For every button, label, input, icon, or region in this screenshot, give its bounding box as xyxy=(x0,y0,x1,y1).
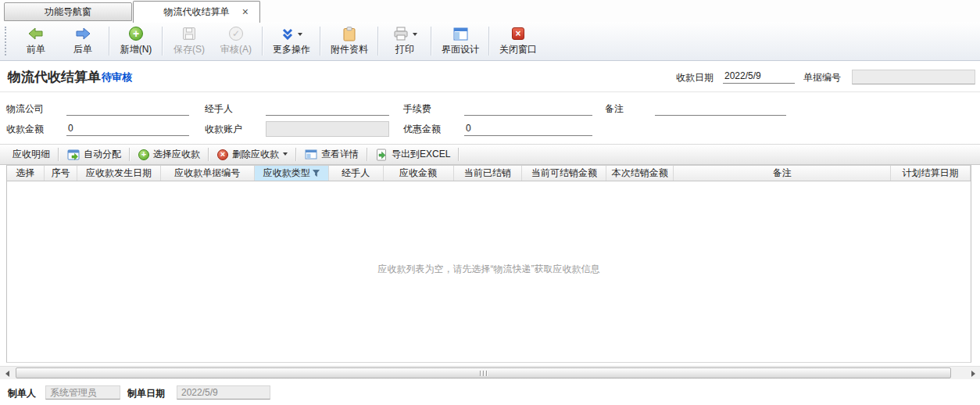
toolbar-grip xyxy=(5,27,9,56)
amount-label: 收款金额 xyxy=(6,122,44,136)
scroll-left-button[interactable] xyxy=(0,367,13,380)
attachments-button[interactable]: 附件资料 xyxy=(324,22,375,60)
tab-function-navigation[interactable]: 功能导航窗 xyxy=(4,2,132,21)
detail-separator xyxy=(367,148,368,161)
arrow-right-icon xyxy=(75,27,91,40)
auto-assign-button[interactable]: 自动分配 xyxy=(61,146,127,163)
printer-icon xyxy=(393,27,409,41)
toolbar-separator xyxy=(377,27,379,56)
detail-separator xyxy=(295,148,297,161)
col-select[interactable]: 选择 xyxy=(7,166,45,181)
detail-separator xyxy=(458,148,460,161)
col-type[interactable]: 应收款类型 xyxy=(255,166,329,181)
audit-button[interactable]: ✓ 审核(A) xyxy=(213,22,259,60)
toolbar-separator xyxy=(320,27,321,56)
arrow-left-icon xyxy=(28,27,44,40)
receivable-detail-label: 应收明细 xyxy=(13,148,50,161)
horizontal-scrollbar[interactable] xyxy=(0,366,980,379)
view-detail-button[interactable]: 查看详情 xyxy=(299,146,365,163)
prev-doc-button[interactable]: 前单 xyxy=(13,22,59,60)
creator-field: 系统管理员 xyxy=(45,385,120,400)
amount-field[interactable]: 0 xyxy=(66,122,189,136)
tab-close-icon[interactable]: × xyxy=(242,5,249,18)
col-settleable[interactable]: 当前可结销金额 xyxy=(522,166,606,181)
creator-label: 制单人 xyxy=(8,387,36,400)
scrollbar-thumb[interactable] xyxy=(16,367,951,378)
toolbar-separator xyxy=(109,27,110,56)
toolbar-separator xyxy=(262,27,263,56)
delete-receivable-button[interactable]: × 删除应收款 xyxy=(211,146,294,163)
receipt-date-field[interactable]: 2022/5/9 xyxy=(723,70,795,84)
save-label: 保存(S) xyxy=(173,43,205,56)
toolbar-separator xyxy=(162,27,163,56)
ui-design-label: 界面设计 xyxy=(442,43,479,56)
form-area: 物流公司 经手人 手续费 备注 收款金额 0 收款账户 优惠金额 0 xyxy=(0,92,980,144)
next-doc-label: 后单 xyxy=(73,43,92,56)
col-amount[interactable]: 应收金额 xyxy=(384,166,454,181)
app-window: 功能导航窗 物流代收结算单 × 前单 后单 + 新增(N) 保存(S) ✓ xyxy=(0,0,980,405)
create-date-label: 制单日期 xyxy=(127,387,165,400)
fee-label: 手续费 xyxy=(403,102,431,116)
scroll-right-button[interactable] xyxy=(967,367,980,380)
handler-field[interactable] xyxy=(266,102,389,116)
create-date-field: 2022/5/9 xyxy=(177,385,270,400)
tab-logistics-settlement[interactable]: 物流代收结算单 × xyxy=(133,1,260,23)
close-window-label: 关闭窗口 xyxy=(499,43,537,56)
discount-label: 优惠金额 xyxy=(403,122,441,136)
logistics-company-label: 物流公司 xyxy=(6,102,44,116)
footer-bar: 制单人 系统管理员 制单日期 2022/5/9 xyxy=(0,381,980,405)
save-button[interactable]: 保存(S) xyxy=(166,22,213,60)
filter-funnel-icon[interactable] xyxy=(313,170,320,177)
ui-design-button[interactable]: 界面设计 xyxy=(435,22,486,60)
audit-label: 审核(A) xyxy=(220,43,252,56)
close-window-icon: × xyxy=(512,27,524,40)
save-icon xyxy=(182,27,196,41)
select-receivable-label: 选择应收款 xyxy=(153,148,200,161)
export-excel-label: 导出到EXCEL xyxy=(392,148,450,161)
discount-field[interactable]: 0 xyxy=(464,122,592,136)
fee-field[interactable] xyxy=(464,102,592,116)
detail-separator xyxy=(208,148,209,161)
receivable-detail-title: 应收明细 xyxy=(6,146,56,163)
view-detail-icon xyxy=(305,149,317,159)
toolbar-separator xyxy=(431,27,432,56)
next-doc-button[interactable]: 后单 xyxy=(59,22,106,60)
dropdown-caret-icon[interactable] xyxy=(283,152,288,158)
export-excel-button[interactable]: 导出到EXCEL xyxy=(370,146,456,163)
empty-list-message: 应收款列表为空，请先选择“物流快递”获取应收款信息 xyxy=(7,263,971,276)
detail-separator xyxy=(129,148,131,161)
dropdown-caret-icon[interactable] xyxy=(298,33,302,38)
remark-field[interactable] xyxy=(655,102,786,116)
col-this-settle[interactable]: 本次结销金额 xyxy=(606,166,674,181)
account-field xyxy=(266,121,389,137)
toolbar-separator xyxy=(488,27,490,56)
doc-no-label: 单据编号 xyxy=(803,71,841,84)
prev-doc-label: 前单 xyxy=(27,43,45,56)
print-button[interactable]: 打印 xyxy=(381,22,428,60)
col-handler[interactable]: 经手人 xyxy=(329,166,384,181)
col-doc-no[interactable]: 应收款单据编号 xyxy=(161,166,255,181)
tab-bar: 功能导航窗 物流代收结算单 × xyxy=(0,0,980,23)
col-remark[interactable]: 备注 xyxy=(674,166,891,181)
col-plan-date[interactable]: 计划结算日期 xyxy=(891,166,971,181)
audit-check-icon: ✓ xyxy=(229,27,243,41)
export-excel-icon xyxy=(376,149,388,161)
logistics-company-field[interactable] xyxy=(66,102,189,116)
add-button[interactable]: + 新增(N) xyxy=(113,22,159,60)
col-seq[interactable]: 序号 xyxy=(45,166,77,181)
close-window-button[interactable]: × 关闭窗口 xyxy=(492,22,544,60)
col-occur-date[interactable]: 应收款发生日期 xyxy=(77,166,161,181)
col-type-label: 应收款类型 xyxy=(263,167,310,180)
doc-no-field xyxy=(852,70,975,84)
account-label: 收款账户 xyxy=(205,122,242,136)
col-settled[interactable]: 当前已结销 xyxy=(454,166,523,181)
more-operations-button[interactable]: 更多操作 xyxy=(266,22,317,60)
dropdown-caret-icon[interactable] xyxy=(413,33,417,38)
select-receivable-plus-icon: + xyxy=(138,149,149,160)
add-label: 新增(N) xyxy=(120,43,152,56)
scrollbar-grip-icon xyxy=(480,371,488,376)
view-detail-label: 查看详情 xyxy=(321,148,359,161)
window-layout-icon xyxy=(453,27,468,41)
select-receivable-button[interactable]: + 选择应收款 xyxy=(132,146,206,163)
detail-toolbar: 应收明细 自动分配 + 选择应收款 × 删除应收款 查看详情 导出到EXCEL xyxy=(0,144,980,165)
